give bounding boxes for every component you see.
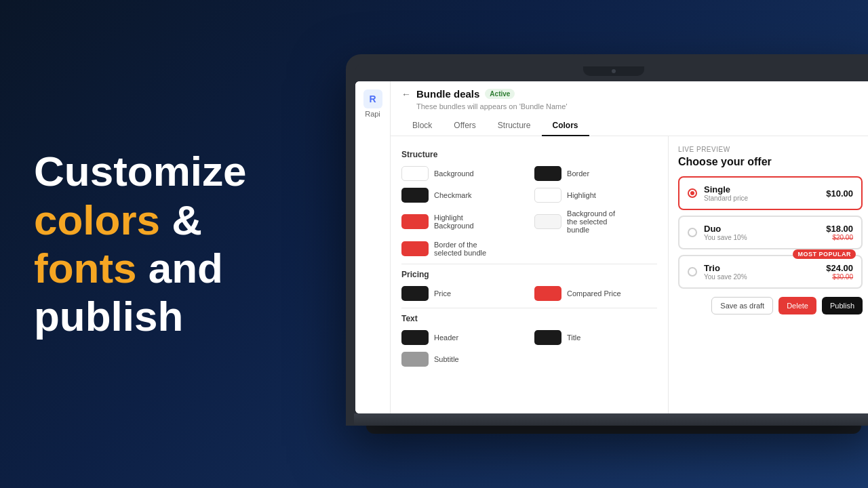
highlight-bg-swatch[interactable] (401, 214, 429, 229)
offer-price-compare-duo: $20.00 (826, 234, 853, 241)
offer-sub-trio: You save 20% (704, 273, 819, 281)
sidebar-logo-text: Rapi (365, 110, 380, 118)
offer-price-main-single: $10.00 (826, 188, 853, 199)
offer-name-duo: Duo (704, 224, 819, 234)
offer-price-single: $10.00 (826, 188, 853, 199)
offer-price-main-trio: $24.00 (826, 263, 853, 273)
sidebar-logo[interactable]: R (363, 89, 382, 108)
checkmark-swatch[interactable] (401, 188, 429, 203)
top-nav: ← Bundle deals Active These bundles will… (391, 81, 868, 136)
offer-card-single[interactable]: Single Standard price $10.00 (678, 176, 863, 210)
color-item-checkmark: Checkmark (401, 188, 524, 203)
price-swatch[interactable] (401, 286, 429, 301)
laptop-wrapper: R Rapi ← Bundle deals Active These bundl… (346, 54, 868, 434)
color-item-selected-bg: Background ofthe selectedbundle (534, 209, 657, 234)
hero-line1: Customize (34, 148, 246, 195)
color-item-highlight: Highlight (534, 188, 657, 203)
subtitle-swatch[interactable] (401, 352, 429, 367)
color-item-header: Header (401, 330, 524, 345)
offer-card-trio[interactable]: MOST POPULAR Trio You save 20% $24.00 $3… (678, 255, 863, 289)
offer-info-trio: Trio You save 20% (704, 263, 819, 281)
compared-price-label: Compared Price (567, 289, 620, 298)
laptop-outer: R Rapi ← Bundle deals Active These bundl… (346, 54, 868, 426)
laptop-camera (612, 69, 616, 73)
main-area: ← Bundle deals Active These bundles will… (391, 81, 868, 413)
title-swatch[interactable] (534, 330, 561, 345)
tab-colors[interactable]: Colors (542, 116, 589, 136)
tab-offers[interactable]: Offers (443, 116, 486, 136)
preview-actions: Save as draft Delete Publish (678, 297, 863, 314)
laptop-notch-bar (355, 64, 868, 79)
settings-panel: Structure Background Border (391, 136, 669, 413)
offer-price-compare-trio: $30.00 (826, 273, 853, 281)
structure-section-label: Structure (401, 150, 657, 159)
tab-block[interactable]: Block (401, 116, 443, 136)
border-label: Border (567, 169, 589, 178)
radio-trio[interactable] (688, 267, 697, 277)
choose-offer-title: Choose your offer (678, 156, 863, 168)
color-item-compared-price: Compared Price (534, 286, 657, 301)
color-item-title: Title (534, 330, 657, 345)
sidebar-logo-letter: R (369, 94, 376, 104)
hero-text: Customize colors & fonts and publish (0, 106, 312, 381)
laptop-foot (366, 426, 861, 434)
offer-price-main-duo: $18.00 (826, 224, 853, 234)
highlight-swatch[interactable] (534, 188, 561, 203)
border-selected-swatch[interactable] (401, 241, 429, 256)
header-swatch[interactable] (401, 330, 429, 345)
background-label: Background (434, 169, 474, 178)
delete-button[interactable]: Delete (778, 297, 816, 314)
title-label: Title (567, 333, 580, 342)
selected-bg-label: Background ofthe selectedbundle (567, 209, 615, 234)
header-label: Header (434, 333, 458, 342)
hero-line2-amp: & (172, 197, 202, 243)
offer-sub-duo: You save 10% (704, 234, 819, 241)
back-arrow[interactable]: ← (401, 89, 411, 100)
color-row-header-title: Header Title (401, 330, 657, 345)
hero-line4: publish (34, 293, 183, 340)
color-item-border-selected: Border of theselected bundle (401, 241, 524, 257)
offer-info-single: Single Standard price (704, 184, 819, 202)
active-badge: Active (485, 89, 515, 99)
compared-price-swatch[interactable] (534, 286, 561, 301)
color-row-highlight-bg: HighlightBackground Background ofthe sel… (401, 209, 657, 234)
offer-name-trio: Trio (704, 263, 819, 273)
divider-1 (401, 264, 657, 264)
price-label: Price (434, 289, 451, 298)
color-item-background: Background (401, 166, 524, 181)
divider-2 (401, 308, 657, 308)
tab-structure[interactable]: Structure (487, 116, 542, 136)
save-draft-button[interactable]: Save as draft (711, 297, 773, 314)
color-item-highlight-bg: HighlightBackground (401, 214, 524, 230)
background-swatch[interactable] (401, 166, 429, 181)
publish-button[interactable]: Publish (822, 297, 863, 314)
border-selected-label: Border of theselected bundle (434, 241, 486, 257)
highlight-bg-label: HighlightBackground (434, 214, 474, 230)
color-item-subtitle: Subtitle (401, 352, 524, 367)
preview-panel: Live Preview Choose your offer Single St… (669, 136, 868, 413)
laptop-screen: R Rapi ← Bundle deals Active These bundl… (355, 81, 868, 413)
page-subtitle: These bundles will appears on 'Bundle Na… (416, 102, 861, 110)
text-section-label: Text (401, 314, 657, 323)
offer-price-trio: $24.00 $30.00 (826, 263, 853, 281)
selected-bg-swatch[interactable] (534, 214, 561, 229)
color-item-border: Border (534, 166, 657, 181)
color-row-pricing: Price Compared Price (401, 286, 657, 301)
laptop-notch (583, 66, 644, 76)
border-swatch[interactable] (534, 166, 561, 181)
content-split: Structure Background Border (391, 136, 868, 413)
radio-duo[interactable] (688, 228, 697, 237)
subtitle-label: Subtitle (434, 355, 459, 363)
laptop-base (354, 413, 868, 426)
radio-single[interactable] (688, 188, 697, 198)
live-preview-label: Live Preview (678, 146, 863, 153)
hero-line2-colored: colors (34, 197, 160, 243)
color-row-bg-border: Background Border (401, 166, 657, 181)
offer-price-duo: $18.00 $20.00 (826, 224, 853, 241)
offer-card-duo[interactable]: Duo You save 10% $18.00 $20.00 (678, 216, 863, 249)
pricing-section-label: Pricing (401, 270, 657, 279)
checkmark-label: Checkmark (434, 191, 472, 199)
hero-line3-colored: fonts (34, 245, 137, 291)
most-popular-badge: MOST POPULAR (793, 249, 856, 259)
app-content: R Rapi ← Bundle deals Active These bundl… (355, 81, 868, 413)
